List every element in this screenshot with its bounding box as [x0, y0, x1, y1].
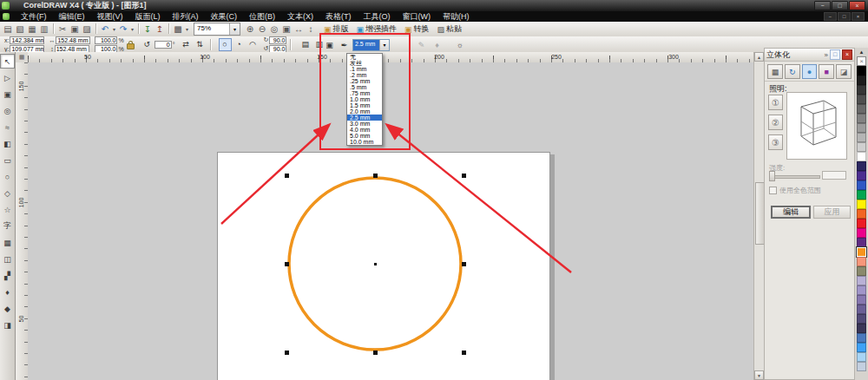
vertical-scrollbar[interactable]: ▲ ▼ [753, 52, 764, 380]
docker-float-button[interactable]: □ [830, 49, 840, 60]
dropdown-option[interactable]: 2.0 mm [347, 108, 382, 115]
paste-button[interactable]: ▨ [81, 23, 93, 36]
undo-button[interactable]: ↶ [99, 23, 111, 36]
color-swatch[interactable] [857, 123, 866, 133]
launcher-dropdown[interactable]: ▾ [184, 23, 190, 36]
menu-arrange[interactable]: 排列(A) [167, 11, 205, 22]
pie-button[interactable]: ◔ [233, 38, 246, 51]
chevron-down-icon[interactable]: ▾ [379, 40, 389, 50]
text-wrap-button[interactable]: ▣ [323, 38, 336, 51]
color-swatch[interactable] [857, 228, 866, 238]
settings-gear-icon[interactable]: ☼ [453, 38, 466, 51]
docker-close-button[interactable]: × [842, 49, 852, 60]
intensity-field[interactable] [822, 171, 846, 180]
color-swatch[interactable] [857, 285, 866, 295]
color-swatch[interactable] [857, 114, 866, 123]
pick-tool[interactable]: ↖ [0, 54, 15, 69]
color-swatch[interactable] [857, 238, 866, 247]
menu-edit[interactable]: 编辑(E) [53, 11, 91, 22]
undo-dropdown[interactable]: ▾ [111, 23, 117, 36]
intensity-slider-thumb[interactable] [769, 171, 775, 181]
plugin-paiban-button[interactable]: ▣ 排版 [324, 23, 349, 35]
arc-button[interactable]: ◠ [247, 38, 260, 51]
no-color-swatch[interactable]: × [857, 56, 866, 66]
plugin-convert-button[interactable]: ▣ 转换 [404, 23, 430, 35]
menu-window[interactable]: 窗口(W) [397, 11, 437, 22]
color-swatch[interactable] [857, 295, 866, 305]
outline-pen-tool[interactable]: ♦ [0, 285, 15, 299]
lighting-preview[interactable] [786, 92, 847, 160]
light-1-button[interactable]: ① [768, 95, 783, 110]
rotation-angle-field[interactable]: 0 [155, 41, 172, 49]
basic-shapes-tool[interactable]: ☆ [0, 202, 15, 217]
menu-tools[interactable]: 工具(O) [358, 11, 397, 22]
color-swatch[interactable] [857, 305, 866, 314]
redo-button[interactable]: ↷ [117, 23, 129, 36]
lock-ratio-icon[interactable] [127, 43, 135, 49]
color-swatch[interactable] [857, 314, 866, 324]
drawing-canvas[interactable] [28, 62, 753, 380]
color-swatch[interactable] [857, 200, 866, 209]
doc-minimize-button[interactable]: − [824, 12, 837, 21]
intensity-slider[interactable] [770, 175, 820, 179]
light-3-button[interactable]: ③ [768, 134, 783, 150]
dropdown-option[interactable]: .25 mm [347, 78, 382, 84]
menu-bitmaps[interactable]: 位图(B) [243, 11, 281, 22]
separator[interactable] [53, 23, 54, 34]
color-swatch[interactable] [857, 352, 866, 362]
docker-chevron-icon[interactable]: » [825, 51, 828, 59]
fill-tool[interactable]: ◆ [0, 301, 15, 316]
color-swatch[interactable] [857, 95, 866, 104]
scroll-up-icon[interactable]: ▲ [754, 52, 764, 62]
color-swatch[interactable] [857, 266, 866, 276]
dropdown-option[interactable]: 1.0 mm [347, 96, 382, 102]
maximize-button[interactable]: □ [832, 1, 848, 10]
color-swatch[interactable] [857, 161, 866, 171]
outline-width-combo[interactable]: 2.5 mm ▾ [352, 39, 390, 51]
shape-tool[interactable]: ▷ [0, 70, 15, 85]
freehand-tool[interactable]: ≈ [0, 120, 15, 134]
color-swatch[interactable] [857, 85, 866, 95]
separator[interactable] [138, 23, 139, 34]
color-swatch[interactable] [857, 133, 866, 142]
menu-table[interactable]: 表格(T) [319, 11, 358, 22]
zoom-height-button[interactable]: ↕ [305, 23, 317, 36]
object-width-field[interactable]: 152.48 mm [56, 36, 90, 44]
dropdown-option[interactable]: 3.0 mm [347, 121, 382, 127]
zoom-tool[interactable]: ◎ [0, 103, 15, 118]
smart-fill-tool[interactable]: ◧ [0, 136, 15, 151]
polygon-tool[interactable]: ◇ [0, 186, 15, 200]
interactive-fill-tool[interactable]: ◨ [0, 318, 15, 332]
zoom-out-button[interactable]: ⊖ [256, 23, 268, 36]
new-button[interactable]: ▤ [2, 23, 14, 36]
color-swatch[interactable] [857, 142, 866, 152]
close-button[interactable]: × [849, 1, 865, 10]
print-button[interactable]: ▥ [38, 23, 50, 36]
scale-h-field[interactable]: 100.0 [95, 36, 117, 44]
application-launcher[interactable]: ▩ [172, 23, 184, 36]
plugin-enhance-button[interactable]: ▣ 增强插件 [357, 23, 398, 35]
mirror-horizontal-button[interactable]: ⇄ [180, 38, 193, 51]
rectangle-tool[interactable]: ▭ [0, 153, 15, 167]
zoom-all-button[interactable]: ▣ [280, 23, 293, 36]
color-swatch[interactable] [857, 180, 866, 190]
dropdown-option[interactable]: .75 mm [347, 90, 382, 96]
extrude-color-tab[interactable]: ■ [819, 64, 834, 79]
chevron-down-icon[interactable]: ▾ [229, 23, 240, 35]
menu-layout[interactable]: 版面(L) [129, 11, 167, 22]
interactive-blend-tool[interactable]: ◫ [0, 252, 15, 266]
start-angle-field[interactable]: 90.0 [269, 36, 286, 44]
color-swatch[interactable] [857, 276, 866, 285]
color-swatch[interactable] [857, 362, 866, 371]
dropdown-option[interactable]: .5 mm [347, 84, 382, 90]
color-swatch[interactable] [857, 152, 866, 161]
text-tool[interactable]: 字 [0, 219, 15, 233]
crop-tool[interactable]: ▣ [0, 87, 15, 102]
menu-text[interactable]: 文本(X) [281, 11, 319, 22]
extrude-rotation-tab[interactable]: ↻ [785, 64, 800, 79]
color-swatch[interactable] [857, 324, 866, 333]
separator[interactable] [168, 23, 169, 34]
export-button[interactable]: ↥ [154, 23, 166, 36]
dropdown-option[interactable]: 2.5 mm [347, 115, 382, 121]
mirror-vertical-button[interactable]: ⇅ [194, 38, 207, 51]
